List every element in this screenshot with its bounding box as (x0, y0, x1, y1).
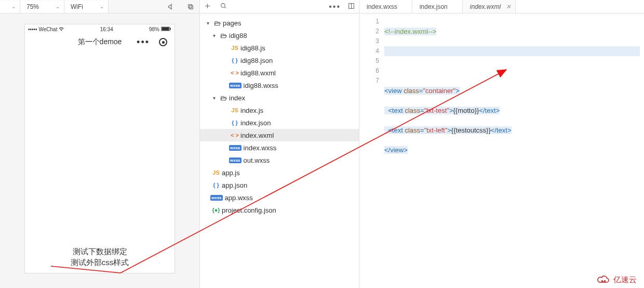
tree-file[interactable]: wxssout.wxss (200, 154, 359, 166)
battery-pct: 98% (149, 27, 159, 32)
folder-icon: 🗁 (218, 32, 229, 40)
tab-label: index.wxss (367, 3, 397, 10)
json-icon: { } (210, 182, 222, 188)
svg-rect-1 (188, 5, 192, 8)
folder-label: idig88 (229, 32, 247, 40)
brand-text: 亿速云 (613, 275, 637, 285)
tree-file[interactable]: < >idig88.wxml (200, 67, 359, 79)
search-icon[interactable] (220, 2, 227, 11)
file-label: idig88.wxss (244, 82, 278, 89)
tree-folder-pages[interactable]: ▾ 🗁 pages (200, 17, 359, 29)
tree-file[interactable]: JSidig88.js (200, 42, 359, 54)
file-label: index.js (240, 107, 263, 114)
tab-index-wxml[interactable]: index.wxml ✕ (463, 0, 516, 13)
tree-file-selected[interactable]: < >index.wxml (200, 129, 359, 141)
file-label: idig88.wxml (240, 69, 276, 77)
tree-folder-idig88[interactable]: ▾ 🗁 idig88 (200, 29, 359, 42)
chevron-down-icon: ⌄ (100, 4, 104, 9)
tree-file[interactable]: JSindex.js (200, 104, 359, 116)
file-label: out.wxss (244, 156, 270, 164)
json-icon: { } (229, 57, 240, 63)
network-select[interactable]: WiFi ⌄ (64, 1, 109, 13)
tab-label: index.json (420, 3, 448, 10)
file-label: project.config.json (222, 206, 276, 214)
carrier-name: WeChat (39, 27, 58, 32)
sim-text-1: 测试下数据绑定 (25, 246, 175, 257)
folder-icon: 🗁 (211, 19, 223, 27)
js-icon: JS (210, 169, 222, 176)
wxss-icon: wxss (229, 145, 242, 151)
json-icon: { } (229, 120, 240, 126)
config-icon: {●} (210, 207, 222, 213)
signal-dots: ••••• (28, 27, 37, 32)
mute-icon[interactable] (162, 3, 181, 10)
target-icon[interactable] (159, 38, 167, 46)
tree-file[interactable]: {●}project.config.json (200, 204, 359, 216)
split-icon[interactable] (348, 2, 355, 11)
wxss-icon: wxss (210, 195, 223, 201)
tree-file[interactable]: { }index.json (200, 116, 359, 129)
more-icon[interactable]: ••• (329, 2, 341, 11)
file-tree: ▾ 🗁 pages ▾ 🗁 idig88 JSidig88.js { }idig… (200, 14, 359, 216)
file-label: index.wxss (244, 144, 277, 152)
js-icon: JS (229, 45, 240, 51)
svg-line-9 (224, 7, 226, 8)
svg-rect-4 (162, 27, 169, 31)
file-label: idig88.js (240, 44, 265, 52)
js-icon: JS (229, 107, 240, 113)
network-value: WiFi (71, 3, 83, 10)
add-file-icon[interactable] (204, 2, 211, 11)
tree-file[interactable]: { }idig88.json (200, 54, 359, 67)
code-area[interactable]: <!--index.wxml--> <view class="container… (384, 14, 644, 288)
wxss-icon: wxss (229, 83, 242, 88)
line-gutter: 1 2 3 4 5 6 7 (359, 14, 384, 288)
tree-file[interactable]: { }app.json (200, 179, 359, 191)
svg-rect-5 (170, 28, 171, 30)
zoom-select[interactable]: 75% ⌄ (20, 1, 64, 13)
tab-index-wxss[interactable]: index.wxss (359, 0, 412, 13)
tab-index-json[interactable]: index.json (412, 0, 463, 13)
phone-time: 16:34 (100, 27, 113, 32)
brand-logo: 亿速云 (597, 275, 637, 285)
detach-icon[interactable] (181, 3, 199, 10)
file-label: index.wxml (240, 132, 274, 139)
tree-file[interactable]: JSapp.js (200, 166, 359, 179)
file-label: app.json (222, 181, 247, 189)
wifi-icon (59, 27, 64, 32)
zoom-value: 75% (26, 3, 39, 10)
chevron-down-icon: ⌄ (11, 4, 16, 9)
folder-icon: 🗁 (218, 94, 229, 102)
battery-icon (161, 27, 171, 32)
wxss-icon: wxss (229, 158, 242, 163)
file-label: app.js (222, 169, 240, 177)
editor-tabs: index.wxss index.json index.wxml ✕ (359, 0, 644, 14)
tree-file[interactable]: wxssapp.wxss (200, 191, 359, 204)
tree-file[interactable]: wxssidig88.wxss (200, 79, 359, 91)
twist-down-icon: ▾ (204, 20, 211, 26)
page-title: 第一个demoe (78, 37, 122, 47)
svg-marker-0 (169, 4, 171, 9)
chevron-down-icon: ⌄ (56, 4, 60, 9)
file-label: index.json (240, 119, 271, 127)
tree-folder-index[interactable]: ▾ 🗁 index (200, 91, 359, 104)
close-icon[interactable]: ✕ (506, 3, 511, 10)
file-label: app.wxss (225, 194, 253, 202)
simulator-screen: ••••• WeChat 16:34 98% 第一个demoe ••• (24, 24, 175, 273)
file-label: idig88.json (240, 57, 273, 64)
device-select[interactable]: ⌄ (0, 1, 20, 13)
more-icon[interactable]: ••• (137, 37, 150, 48)
wxml-icon: < > (229, 70, 240, 76)
code-comment: <!--index.wxml--> (384, 28, 436, 35)
folder-label: index (229, 94, 245, 102)
simulator-toolbar: ⌄ 75% ⌄ WiFi ⌄ (0, 0, 199, 14)
folder-label: pages (223, 19, 241, 27)
svg-point-8 (221, 3, 225, 7)
wxml-icon: < > (229, 132, 240, 138)
tree-file[interactable]: wxssindex.wxss (200, 141, 359, 154)
twist-down-icon: ▾ (210, 95, 218, 101)
twist-down-icon: ▾ (210, 33, 218, 38)
sim-text-2: 测试外部css样式 (25, 257, 175, 268)
tab-label: index.wxml (470, 3, 501, 10)
explorer-toolbar: ••• (200, 0, 359, 14)
svg-rect-2 (189, 6, 193, 9)
